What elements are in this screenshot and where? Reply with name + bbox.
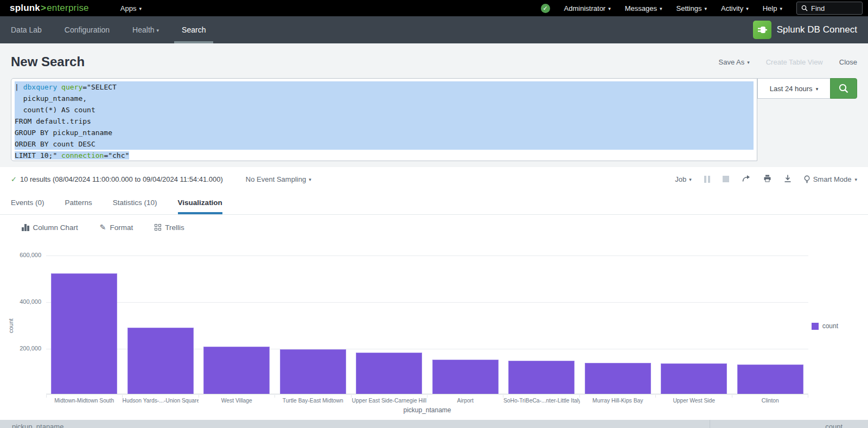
chart-bar[interactable] bbox=[737, 365, 803, 394]
search-icon bbox=[801, 5, 808, 11]
trellis-grid-icon bbox=[155, 224, 161, 231]
find-input[interactable] bbox=[811, 4, 858, 12]
query-line: ORDER BY count DESC bbox=[15, 138, 754, 150]
job-label: Job bbox=[675, 175, 686, 183]
query-line: count(*) AS count bbox=[15, 104, 754, 116]
event-sampling-menu[interactable]: No Event Sampling ▾ bbox=[246, 175, 311, 183]
logo-gt: > bbox=[41, 3, 46, 14]
stop-job-icon[interactable] bbox=[723, 176, 729, 182]
nav-item-search[interactable]: Search bbox=[182, 16, 206, 43]
x-axis-title: pickup_ntaname bbox=[46, 406, 808, 414]
chart-bar[interactable] bbox=[51, 273, 117, 394]
chevron-down-icon: ▾ bbox=[689, 177, 692, 182]
query-line: FROM default.trips bbox=[15, 116, 754, 127]
chart-legend[interactable]: count bbox=[812, 322, 838, 330]
mode-label: Smart Mode bbox=[813, 175, 852, 183]
column-chart: 600,000 400,000 200,000 count Midt bbox=[0, 240, 868, 413]
menu-settings[interactable]: Settings ▾ bbox=[676, 4, 707, 12]
trellis-button[interactable]: Trellis bbox=[155, 223, 184, 232]
chart-bar[interactable] bbox=[356, 353, 422, 394]
chevron-down-icon: ▾ bbox=[660, 7, 662, 11]
trellis-label: Trellis bbox=[165, 223, 184, 232]
health-status-icon[interactable]: ✓ bbox=[541, 4, 550, 13]
pause-job-icon[interactable] bbox=[704, 176, 710, 183]
x-axis-label: SoHo-TriBeCa-...nter-Little Italy bbox=[503, 398, 580, 404]
search-mode-menu[interactable]: Smart Mode ▾ bbox=[804, 175, 857, 183]
chart-bar[interactable] bbox=[203, 347, 270, 394]
x-axis-label: Upper West Side bbox=[656, 398, 732, 404]
results-tabs: Events (0) Patterns Statistics (10) Visu… bbox=[0, 191, 868, 215]
chevron-down-icon: ▾ bbox=[816, 87, 819, 92]
query-line: pickup_ntaname, bbox=[15, 93, 754, 104]
chart-bar[interactable] bbox=[661, 363, 727, 394]
chevron-down-icon: ▾ bbox=[747, 60, 750, 65]
chart-bar[interactable] bbox=[127, 328, 194, 394]
success-check-icon: ✓ bbox=[11, 175, 17, 183]
menu-administrator[interactable]: Administrator ▾ bbox=[564, 4, 611, 12]
apps-menu[interactable]: Apps ▾ bbox=[120, 4, 142, 12]
chevron-down-icon: ▾ bbox=[139, 7, 142, 11]
chart-bar[interactable] bbox=[432, 360, 499, 394]
y-axis-tick: 200,000 bbox=[0, 345, 41, 352]
bars bbox=[46, 255, 808, 394]
download-icon[interactable] bbox=[784, 175, 792, 184]
nav-item-health[interactable]: Health ▾ bbox=[132, 16, 159, 43]
job-menu[interactable]: Job ▾ bbox=[675, 175, 692, 183]
run-search-button[interactable] bbox=[830, 78, 857, 99]
column-header-pickup-ntaname[interactable]: pickup_ntaname bbox=[0, 420, 710, 428]
chevron-down-icon: ▾ bbox=[746, 7, 749, 11]
menu-label: Help bbox=[763, 4, 777, 12]
top-bar: splunk>enterprise Apps ▾ ✓ Administrator… bbox=[0, 0, 868, 16]
page-header: New Search Save As ▾ Create Table View C… bbox=[0, 43, 868, 77]
format-button[interactable]: ✎ Format bbox=[100, 223, 133, 232]
bulb-icon bbox=[804, 175, 810, 183]
tab-events[interactable]: Events (0) bbox=[11, 191, 44, 214]
logo-brand: splunk bbox=[10, 3, 40, 14]
close-button[interactable]: Close bbox=[839, 58, 857, 66]
menu-messages[interactable]: Messages ▾ bbox=[625, 4, 662, 12]
y-axis-tick: 600,000 bbox=[0, 252, 41, 258]
find-search-box[interactable] bbox=[796, 2, 863, 15]
menu-activity[interactable]: Activity ▾ bbox=[721, 4, 749, 12]
chart-bar[interactable] bbox=[585, 363, 651, 394]
print-icon[interactable] bbox=[763, 175, 771, 184]
save-as-button[interactable]: Save As ▾ bbox=[718, 58, 749, 66]
topbar-right: ✓ Administrator ▾ Messages ▾ Settings ▾ … bbox=[541, 2, 863, 15]
search-query-input[interactable]: | dbxquery query="SELECT pickup_ntaname,… bbox=[11, 78, 757, 161]
chart-bar[interactable] bbox=[508, 361, 575, 394]
create-table-view-button: Create Table View bbox=[766, 58, 823, 66]
save-as-label: Save As bbox=[718, 58, 744, 66]
header-actions: Save As ▾ Create Table View Close bbox=[718, 58, 857, 66]
db-connect-plug-icon bbox=[753, 21, 771, 39]
tab-statistics[interactable]: Statistics (10) bbox=[113, 191, 157, 214]
share-icon[interactable] bbox=[742, 175, 751, 184]
query-line: | dbxquery query="SELECT bbox=[15, 81, 754, 93]
spl-keyword: connection bbox=[61, 151, 104, 159]
menu-help[interactable]: Help ▾ bbox=[763, 4, 782, 12]
nav-item-configuration[interactable]: Configuration bbox=[65, 16, 110, 43]
chart-bar[interactable] bbox=[280, 349, 346, 394]
results-status-text: 10 results (08/04/2024 11:00:00.000 to 0… bbox=[20, 175, 223, 183]
menu-label: Administrator bbox=[564, 4, 606, 12]
pencil-icon: ✎ bbox=[100, 223, 106, 232]
time-range-picker[interactable]: Last 24 hours ▾ bbox=[757, 78, 830, 99]
spacer bbox=[0, 413, 868, 420]
nav-label: Health bbox=[132, 25, 154, 34]
tab-label: Statistics (10) bbox=[113, 199, 157, 207]
chart-type-picker[interactable]: Column Chart bbox=[22, 223, 78, 232]
menu-label: Activity bbox=[721, 4, 743, 12]
nav-label: Data Lab bbox=[11, 25, 42, 34]
search-bar-section: | dbxquery query="SELECT pickup_ntaname,… bbox=[0, 77, 868, 167]
time-range-label: Last 24 hours bbox=[770, 85, 813, 93]
tab-visualization[interactable]: Visualization bbox=[178, 191, 222, 214]
logo-product: enterprise bbox=[47, 3, 89, 14]
nav-item-data-lab[interactable]: Data Lab bbox=[11, 16, 42, 43]
query-line: GROUP BY pickup_ntaname bbox=[15, 127, 754, 138]
splunk-logo[interactable]: splunk>enterprise bbox=[10, 3, 89, 14]
tab-patterns[interactable]: Patterns bbox=[65, 191, 92, 214]
column-header-count[interactable]: count bbox=[710, 420, 868, 428]
x-axis-label: West Village bbox=[199, 398, 275, 404]
close-label: Close bbox=[839, 58, 857, 66]
check-icon: ✓ bbox=[543, 5, 548, 12]
x-axis-label: Upper East Side-Carnegie Hill bbox=[351, 398, 427, 404]
